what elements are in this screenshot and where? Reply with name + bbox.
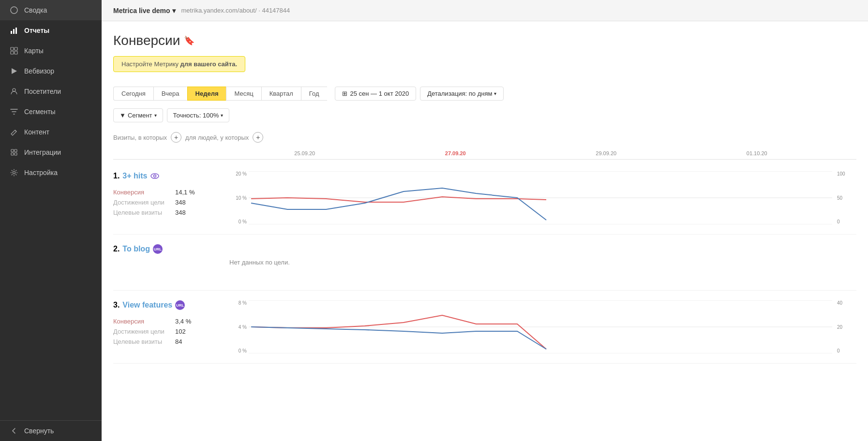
header: Metrica live demo ▾ metrika.yandex.com/a… <box>102 0 868 21</box>
sidebar-item-karty[interactable]: Карты <box>0 41 102 61</box>
svg-point-0 <box>11 7 17 14</box>
add-visits-filter-button[interactable]: + <box>171 132 181 143</box>
goal-2-link[interactable]: To blog <box>122 245 150 253</box>
chart-date-2: 27.09.20 <box>380 150 531 156</box>
circle-icon <box>10 6 18 15</box>
svg-marker-8 <box>12 68 17 74</box>
site-selector[interactable]: Metrica live demo ▾ <box>113 7 176 15</box>
period-tabs: Сегодня Вчера Неделя Месяц Квартал Год ⊞… <box>113 87 856 101</box>
goal-1-chart: 20 % 10 % 0 % 100 <box>229 162 856 234</box>
segment-button[interactable]: ▼ Сегмент ▾ <box>113 108 163 122</box>
grid-icon <box>10 46 18 55</box>
goal-1-svg <box>249 171 832 224</box>
site-url: metrika.yandex.com/about/ · 44147844 <box>181 7 290 14</box>
sidebar-item-vebvizor[interactable]: Вебвизор <box>0 61 102 81</box>
svg-line-10 <box>15 130 16 132</box>
goal-1-info: 1. 3+ hits Конверсия 14,1 % Достижения ц… <box>113 162 229 234</box>
chart-date-4: 01.10.20 <box>682 150 833 156</box>
svg-rect-3 <box>15 28 17 34</box>
date-range-button[interactable]: ⊞ 25 сен — 1 окт 2020 <box>335 87 417 101</box>
chevron-left-icon <box>10 426 18 435</box>
filter-icon: ▼ <box>120 112 126 119</box>
chart-date-3: 29.09.20 <box>531 150 682 156</box>
svg-point-16 <box>151 174 159 178</box>
svg-rect-11 <box>11 149 14 152</box>
tab-yesterday[interactable]: Вчера <box>153 87 187 101</box>
goal-3-metric-konversiya: Конверсия 3,4 % <box>113 318 220 325</box>
goal-3-info: 3. View features URL Конверсия 3,4 % Дос… <box>113 291 229 363</box>
collapse-button[interactable]: Свернуть <box>0 421 102 441</box>
goal-1-metric-celevye: Целевые визиты 348 <box>113 209 220 216</box>
goal-3-badge: URL <box>175 300 185 310</box>
edit-icon <box>10 128 18 136</box>
chevron-down-icon: ▾ <box>221 113 223 118</box>
sidebar-item-segmenty[interactable]: Сегменты <box>0 102 102 122</box>
goal-1: 1. 3+ hits Конверсия 14,1 % Достижения ц… <box>113 162 856 235</box>
svg-rect-4 <box>11 47 14 50</box>
svg-point-9 <box>13 88 15 91</box>
svg-point-15 <box>13 172 15 174</box>
goal-1-link[interactable]: 3+ hits <box>122 172 147 180</box>
chevron-down-icon: ▾ <box>154 113 157 118</box>
svg-point-17 <box>154 175 156 177</box>
goal-2: 2. To blog URL Нет данных по цели. <box>113 235 856 291</box>
svg-rect-5 <box>15 47 17 50</box>
chart-date-1: 25.09.20 <box>229 150 380 156</box>
tab-today[interactable]: Сегодня <box>113 87 153 101</box>
goal-1-badge <box>150 171 160 181</box>
sidebar-item-otchety[interactable]: Отчеты <box>0 20 102 41</box>
setup-banner[interactable]: Настройте Метрику для вашего сайта. <box>113 56 245 72</box>
sidebar-item-svodka[interactable]: Сводка <box>0 0 102 20</box>
page-content: Конверсии 🔖 Настройте Метрику для вашего… <box>102 21 868 441</box>
play-icon <box>10 67 18 75</box>
bar-chart-icon <box>10 26 18 35</box>
person-icon <box>10 87 18 96</box>
svg-rect-12 <box>15 149 17 152</box>
goal-2-info: 2. To blog URL <box>113 235 229 290</box>
main-content: Metrica live demo ▾ metrika.yandex.com/a… <box>102 0 868 441</box>
goal-3: 3. View features URL Конверсия 3,4 % Дос… <box>113 291 856 364</box>
goal-3-chart: 8 % 4 % 0 % 40 20 <box>229 291 856 363</box>
svg-rect-13 <box>11 153 14 155</box>
sidebar-item-posetiteli[interactable]: Посетители <box>0 81 102 102</box>
sidebar-item-nastroyka[interactable]: Настройка <box>0 162 102 183</box>
detail-button[interactable]: Детализация: по дням ▾ <box>420 87 504 101</box>
goal-3-link[interactable]: View features <box>122 301 172 309</box>
svg-rect-2 <box>13 29 15 34</box>
segment-filter-row: Визиты, в которых + для людей, у которых… <box>113 132 856 143</box>
filter-icon <box>10 107 18 116</box>
svg-rect-1 <box>11 31 12 34</box>
accuracy-button[interactable]: Точность: 100% ▾ <box>167 108 230 122</box>
goal-3-metric-celevye: Целевые визиты 84 <box>113 338 220 345</box>
svg-rect-14 <box>15 153 17 155</box>
goal-1-metric-konversiya: Конверсия 14,1 % <box>113 189 220 196</box>
chevron-down-icon: ▾ <box>172 7 176 15</box>
svg-rect-6 <box>11 51 14 54</box>
add-people-filter-button[interactable]: + <box>253 132 263 143</box>
bookmark-icon[interactable]: 🔖 <box>184 35 195 46</box>
tab-quarter[interactable]: Квартал <box>261 87 301 101</box>
goal-1-metric-dostizheniya: Достижения цели 348 <box>113 199 220 206</box>
tab-month[interactable]: Месяц <box>226 87 261 101</box>
goal-2-nodata: Нет данных по цели. <box>229 235 856 290</box>
filters-row: ▼ Сегмент ▾ Точность: 100% ▾ <box>113 108 856 122</box>
sidebar-item-kontent[interactable]: Контент <box>0 122 102 142</box>
tab-week[interactable]: Неделя <box>187 87 226 101</box>
puzzle-icon <box>10 148 18 157</box>
sidebar-item-integracii[interactable]: Интеграции <box>0 142 102 162</box>
page-title: Конверсии 🔖 <box>113 33 856 48</box>
goal-3-metric-dostizheniya: Достижения цели 102 <box>113 328 220 335</box>
chevron-down-icon: ▾ <box>494 91 496 96</box>
svg-rect-7 <box>15 51 17 54</box>
sidebar: Сводка Отчеты Карты Вебвизор <box>0 0 102 441</box>
tab-year[interactable]: Год <box>301 87 327 101</box>
goal-2-badge: URL <box>153 244 163 254</box>
gear-icon <box>10 168 18 177</box>
goal-3-svg <box>249 300 832 353</box>
calendar-icon: ⊞ <box>342 90 347 97</box>
